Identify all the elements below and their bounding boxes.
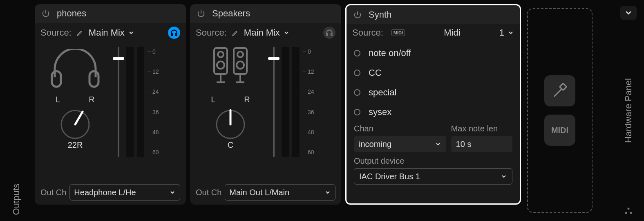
radio-icon	[354, 70, 360, 76]
pan-knob[interactable]	[210, 106, 251, 139]
out-channel-select[interactable]: Headphone L/He	[69, 184, 180, 201]
speakers-icon	[206, 47, 255, 92]
midi-badge: MIDI	[391, 29, 405, 36]
level-meter	[282, 47, 289, 157]
add-output-dropzone[interactable]: MIDI	[527, 8, 593, 213]
svg-point-17	[628, 208, 630, 210]
pencil-icon[interactable]	[232, 29, 239, 36]
out-channel-label: Out Ch	[40, 188, 66, 197]
source-value: Midi	[444, 27, 460, 38]
out-channel-label: Out Ch	[196, 188, 221, 197]
chevron-down-icon	[624, 8, 633, 17]
svg-point-10	[237, 52, 243, 57]
pencil-icon[interactable]	[76, 29, 84, 36]
hardware-panel-label: Hardware Panel	[596, 20, 644, 201]
output-panel-synth: Synth Source: MIDI Midi 1 note on/off	[345, 4, 521, 205]
headphone-monitor-icon[interactable]	[168, 27, 180, 39]
db-scale: 0 12 24 36 48 60	[303, 47, 314, 157]
source-dropdown[interactable]: Main Mix	[244, 27, 290, 38]
volume-fader[interactable]	[114, 47, 123, 157]
power-icon[interactable]	[197, 9, 206, 18]
add-midi-output-button[interactable]: MIDI	[544, 115, 575, 146]
power-icon[interactable]	[353, 10, 362, 19]
midi-filter-special[interactable]: special	[354, 85, 512, 100]
svg-point-11	[237, 61, 244, 69]
output-device-label: Output device	[354, 156, 512, 166]
power-icon[interactable]	[41, 9, 50, 18]
expand-button[interactable]	[620, 6, 637, 20]
jack-plug-icon	[551, 82, 569, 100]
source-label: Source:	[352, 27, 383, 38]
chan-select[interactable]: incoming	[354, 136, 446, 152]
svg-rect-0	[52, 71, 61, 87]
chevron-down-icon	[283, 29, 290, 36]
maxlen-input[interactable]: 10 s	[451, 136, 512, 152]
source-label: Source:	[40, 27, 72, 38]
headphone-monitor-icon[interactable]	[323, 27, 335, 39]
svg-point-6	[217, 61, 224, 69]
midi-filter-cc[interactable]: CC	[354, 65, 512, 81]
add-audio-output-button[interactable]	[544, 75, 575, 106]
chevron-down-icon	[501, 173, 507, 180]
outputs-section-label: Outputs	[0, 0, 33, 221]
source-dropdown[interactable]: Main Mix	[89, 27, 134, 38]
db-scale: 0 12 24 36 48 60	[148, 47, 159, 157]
svg-line-3	[75, 112, 83, 124]
pan-left-label: L	[56, 95, 60, 104]
svg-point-19	[630, 212, 632, 214]
level-meter	[292, 47, 300, 157]
headphones-icon	[49, 47, 102, 92]
chevron-down-icon	[435, 141, 441, 147]
chevron-down-icon	[128, 29, 134, 36]
pan-right-label: R	[89, 95, 94, 104]
output-device-select[interactable]: IAC Driver Bus 1	[354, 168, 512, 185]
maxlen-label: Max note len	[451, 124, 512, 133]
midi-channel-select[interactable]: 1	[499, 27, 514, 38]
radio-icon	[354, 109, 360, 115]
output-panel-speakers: Speakers Source: Main Mix	[190, 4, 341, 205]
output-panel-phones: phones Source: Main Mix	[35, 4, 186, 205]
panel-title: Synth	[369, 9, 391, 20]
svg-point-18	[625, 212, 627, 214]
out-channel-select[interactable]: Main Out L/Main	[225, 184, 335, 201]
pan-left-label: L	[211, 95, 215, 104]
chan-label: Chan	[354, 124, 446, 133]
svg-rect-1	[89, 71, 98, 87]
chevron-down-icon	[508, 29, 514, 36]
pan-value: 22R	[68, 140, 83, 150]
panel-title: Speakers	[212, 8, 250, 19]
midi-filter-note[interactable]: note on/off	[354, 45, 512, 61]
more-icon[interactable]	[619, 201, 638, 221]
volume-fader[interactable]	[269, 47, 278, 157]
midi-filter-sysex[interactable]: sysex	[354, 104, 512, 120]
level-meter	[126, 47, 134, 157]
svg-point-5	[218, 52, 224, 57]
pan-knob[interactable]	[55, 106, 96, 139]
pan-value: C	[228, 140, 233, 150]
level-meter	[137, 47, 144, 157]
radio-icon	[354, 89, 360, 96]
chevron-down-icon	[324, 189, 331, 196]
chevron-down-icon	[169, 189, 176, 196]
pan-right-label: R	[244, 95, 250, 104]
panel-title: phones	[57, 8, 86, 19]
source-label: Source:	[196, 27, 227, 38]
radio-icon	[354, 50, 360, 56]
